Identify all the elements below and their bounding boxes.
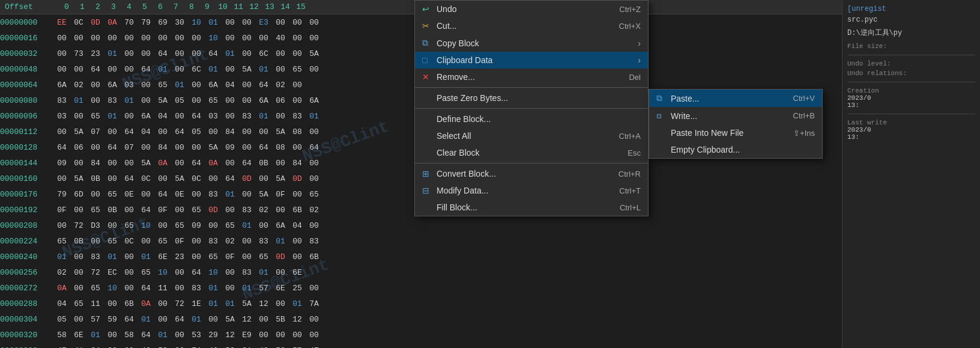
byte-cell[interactable]: 0A — [205, 159, 221, 168]
byte-cell[interactable]: 00 — [306, 221, 322, 230]
byte-cell[interactable]: 00 — [155, 299, 171, 308]
byte-cell[interactable]: 4C — [205, 346, 221, 349]
byte-cell[interactable]: 00 — [189, 190, 204, 199]
byte-cell[interactable]: 00 — [172, 49, 187, 58]
byte-cell[interactable]: 00 — [256, 34, 271, 43]
byte-cell[interactable]: 07 — [88, 127, 103, 136]
byte-cell[interactable]: 06 — [71, 143, 86, 152]
byte-cell[interactable]: 02 — [222, 237, 238, 246]
byte-cell[interactable]: 64 — [189, 268, 204, 277]
byte-cell[interactable]: 40 — [273, 34, 288, 43]
byte-cell[interactable]: 23 — [172, 252, 187, 261]
byte-cell[interactable]: 0E — [172, 190, 187, 199]
byte-cell[interactable]: 00 — [222, 159, 238, 168]
byte-cell[interactable]: 00 — [104, 331, 120, 340]
byte-cell[interactable]: 0E — [121, 190, 137, 199]
byte-cell[interactable]: 57 — [88, 315, 103, 324]
byte-cell[interactable]: 00 — [104, 299, 120, 308]
byte-cell[interactable]: 00 — [306, 315, 322, 324]
byte-cell[interactable]: 00 — [104, 65, 120, 74]
byte-cell[interactable]: 64 — [256, 143, 271, 152]
byte-cell[interactable]: 0D — [289, 174, 305, 183]
byte-cell[interactable]: D3 — [88, 221, 103, 230]
byte-cell[interactable]: 12 — [289, 315, 305, 324]
byte-cell[interactable]: 83 — [205, 237, 221, 246]
byte-cell[interactable]: 30 — [172, 18, 187, 27]
byte-cell[interactable]: 00 — [138, 34, 154, 43]
byte-cell[interactable]: 00 — [306, 159, 322, 168]
byte-cell[interactable]: 00 — [121, 206, 137, 215]
byte-cell[interactable]: 02 — [256, 206, 271, 215]
byte-cell[interactable]: 12 — [256, 299, 271, 308]
menu-item-remove[interactable]: ✕ Remove... Del — [415, 69, 648, 85]
byte-cell[interactable]: 7A — [306, 299, 322, 308]
byte-cell[interactable]: 69 — [155, 18, 171, 27]
byte-cell[interactable]: 64 — [121, 315, 137, 324]
byte-cell[interactable]: 00 — [121, 49, 137, 58]
byte-cell[interactable]: 72 — [88, 268, 103, 277]
byte-cell[interactable]: 00 — [239, 127, 255, 136]
byte-cell[interactable]: 5A — [71, 127, 86, 136]
byte-cell[interactable]: 64 — [138, 331, 154, 340]
byte-cell[interactable]: 00 — [71, 112, 86, 121]
byte-cell[interactable]: 1E — [189, 299, 204, 308]
byte-cell[interactable]: 10 — [189, 18, 204, 27]
byte-cell[interactable]: 00 — [256, 127, 271, 136]
byte-cell[interactable]: 01 — [71, 96, 86, 105]
byte-cell[interactable]: 0D — [239, 174, 255, 183]
byte-cell[interactable]: 0C — [138, 174, 154, 183]
byte-cell[interactable]: 00 — [289, 34, 305, 43]
byte-cell[interactable]: 00 — [138, 96, 154, 105]
byte-cell[interactable]: 00 — [256, 174, 271, 183]
byte-cell[interactable]: 08 — [289, 127, 305, 136]
submenu-item-write[interactable]: ⧈ Write... Ctrl+B — [649, 107, 822, 124]
byte-cell[interactable]: 6C — [189, 65, 204, 74]
byte-cell[interactable]: 84 — [155, 143, 171, 152]
byte-cell[interactable]: 02 — [54, 268, 70, 277]
byte-cell[interactable]: 00 — [71, 284, 86, 293]
byte-cell[interactable]: 64 — [306, 143, 322, 152]
byte-cell[interactable]: 6E — [273, 284, 288, 293]
byte-cell[interactable]: 0F — [54, 206, 70, 215]
menu-item-copy-block[interactable]: ⧉ Copy Block › — [415, 34, 648, 52]
byte-cell[interactable]: 00 — [104, 159, 120, 168]
byte-cell[interactable]: 00 — [172, 206, 187, 215]
byte-cell[interactable]: 01 — [222, 299, 238, 308]
byte-cell[interactable]: 10 — [138, 221, 154, 230]
byte-cell[interactable]: 6A — [306, 96, 322, 105]
byte-cell[interactable]: 41 — [71, 346, 86, 349]
byte-cell[interactable]: 65 — [104, 237, 120, 246]
byte-cell[interactable]: 5A — [256, 190, 271, 199]
byte-cell[interactable]: 74 — [189, 346, 204, 349]
byte-cell[interactable]: 06 — [273, 96, 288, 105]
byte-cell[interactable]: 84 — [88, 159, 103, 168]
byte-cell[interactable]: 00 — [121, 65, 137, 74]
byte-cell[interactable]: 53 — [222, 346, 238, 349]
byte-cell[interactable]: 03 — [205, 112, 221, 121]
byte-cell[interactable]: 0C — [121, 237, 137, 246]
byte-cell[interactable]: 00 — [71, 252, 86, 261]
byte-cell[interactable]: 0A — [54, 284, 70, 293]
byte-cell[interactable]: 00 — [172, 112, 187, 121]
byte-cell[interactable]: 00 — [71, 268, 86, 277]
byte-cell[interactable]: 00 — [104, 127, 120, 136]
byte-cell[interactable]: 00 — [256, 221, 271, 230]
byte-cell[interactable]: 6A — [138, 112, 154, 121]
byte-cell[interactable]: 83 — [54, 96, 70, 105]
byte-cell[interactable]: 00 — [172, 284, 187, 293]
byte-cell[interactable]: 64 — [222, 174, 238, 183]
byte-cell[interactable]: 03 — [54, 112, 70, 121]
menu-item-paste-zero[interactable]: Paste Zero Bytes... — [415, 90, 648, 106]
byte-cell[interactable]: 01 — [222, 49, 238, 58]
byte-cell[interactable]: 00 — [88, 81, 103, 90]
byte-cell[interactable]: 04 — [289, 221, 305, 230]
byte-cell[interactable]: 01 — [121, 96, 137, 105]
byte-cell[interactable]: 00 — [189, 96, 204, 105]
byte-cell[interactable]: 08 — [273, 143, 288, 152]
byte-cell[interactable]: 00 — [54, 49, 70, 58]
byte-cell[interactable]: 00 — [273, 206, 288, 215]
byte-cell[interactable]: 79 — [138, 18, 154, 27]
byte-cell[interactable]: 6E — [289, 268, 305, 277]
byte-cell[interactable]: 65 — [88, 284, 103, 293]
byte-cell[interactable]: 0D — [88, 18, 103, 27]
